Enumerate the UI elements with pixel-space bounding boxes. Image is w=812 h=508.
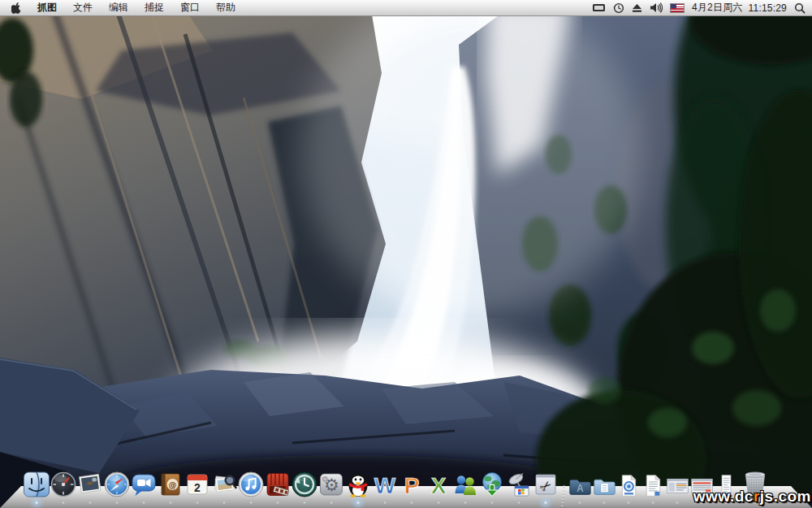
excel-letter: X xyxy=(430,473,446,498)
svg-text:⚙: ⚙ xyxy=(322,475,329,484)
dock-itunes-icon[interactable] xyxy=(237,466,264,498)
menu-app-grab[interactable]: 抓图 xyxy=(29,0,65,15)
volume-menu-icon[interactable] xyxy=(650,0,663,15)
dock: @ 2 xyxy=(0,462,812,508)
dock-movie-theater-icon[interactable] xyxy=(264,466,291,498)
menu-edit[interactable]: 编辑 xyxy=(101,0,136,15)
apple-icon xyxy=(11,2,21,14)
dock-address-book-icon[interactable]: @ xyxy=(157,466,184,498)
menu-file[interactable]: 文件 xyxy=(65,0,101,15)
dock-file-window-screenshot-1[interactable] xyxy=(665,466,689,498)
dock-time-machine-icon[interactable] xyxy=(291,466,317,498)
dock-powerpoint-icon[interactable]: P xyxy=(398,466,425,498)
dock-ichat-icon[interactable] xyxy=(130,466,157,498)
dock-system-preferences-icon[interactable]: ⚙ ⚙ xyxy=(317,466,344,498)
dock-finder-icon[interactable] xyxy=(23,466,50,498)
watermark-part1: www.dc xyxy=(693,488,754,505)
powerpoint-letter: P xyxy=(404,473,419,498)
desktop-wallpaper xyxy=(0,0,812,508)
watermark-part3: js.com xyxy=(760,488,811,505)
eject-menu-icon[interactable] xyxy=(632,0,642,15)
spotlight-icon[interactable] xyxy=(794,0,806,15)
dock-grab-icon[interactable]: ✂ xyxy=(532,466,559,498)
dock-separator xyxy=(559,477,568,498)
time-machine-menu-icon[interactable] xyxy=(613,0,624,15)
applications-folder-emblem: A xyxy=(577,483,584,494)
dock-dashboard-icon[interactable] xyxy=(50,466,76,498)
dock-ical-icon[interactable]: 2 xyxy=(184,466,210,498)
dock-file-text-document[interactable] xyxy=(641,466,665,498)
svg-text:@: @ xyxy=(168,480,176,489)
menu-capture[interactable]: 捕捉 xyxy=(136,0,172,15)
apple-menu[interactable] xyxy=(0,0,29,15)
menu-help[interactable]: 帮助 xyxy=(208,0,244,15)
menu-clock-time[interactable]: 11:15:29 xyxy=(749,2,787,14)
dock-remote-desktop-icon[interactable] xyxy=(505,466,532,498)
display-menu-icon[interactable] xyxy=(592,0,606,15)
dock-messenger-icon[interactable] xyxy=(451,466,478,498)
dock-applications-folder[interactable]: A xyxy=(568,466,592,498)
watermark-part2: r xyxy=(754,488,760,505)
dock-download-manager-icon[interactable] xyxy=(478,466,505,498)
dock-documents-folder[interactable] xyxy=(592,466,616,498)
ical-date-number: 2 xyxy=(194,481,201,494)
dock-qq-icon[interactable] xyxy=(344,466,371,498)
dock-safari-icon[interactable] xyxy=(103,466,130,498)
dock-word-icon[interactable]: W xyxy=(371,466,398,498)
dock-excel-icon[interactable]: X xyxy=(425,466,451,498)
menu-bar: 抓图 文件 编辑 捕捉 窗口 帮助 4月2日周六 11:15:29 xyxy=(0,0,812,16)
input-source-us-flag-icon[interactable] xyxy=(670,0,685,15)
watermark: www.dcrjs.com xyxy=(693,488,811,506)
menu-window[interactable]: 窗口 xyxy=(172,0,208,15)
dock-file-blue-emblem[interactable] xyxy=(616,466,641,498)
dock-preview-icon[interactable] xyxy=(210,466,237,498)
word-letter: W xyxy=(374,473,395,498)
dock-iphoto-icon[interactable] xyxy=(76,466,103,498)
menu-clock-date[interactable]: 4月2日周六 xyxy=(692,1,743,15)
